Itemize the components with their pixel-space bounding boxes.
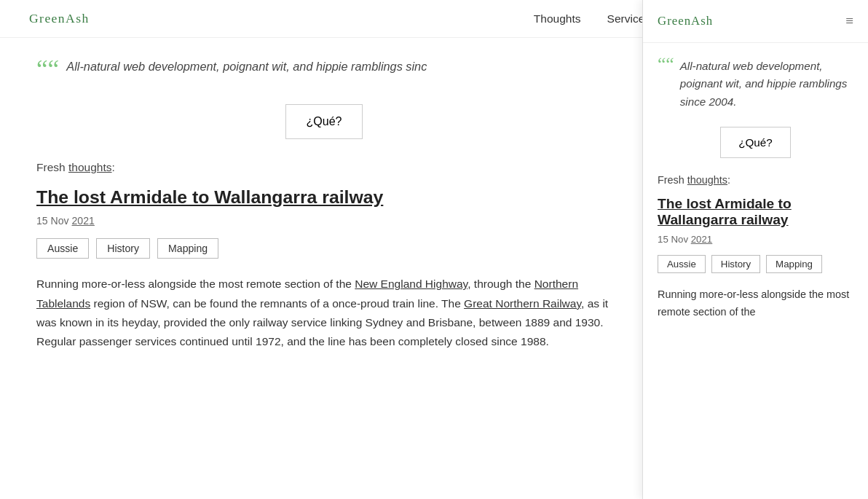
tag-history[interactable]: History (96, 238, 150, 259)
overlay-brand[interactable]: GreenAsh (658, 14, 713, 28)
nav-item-thoughts[interactable]: Thoughts (534, 12, 581, 25)
overlay-article-date: 15 Nov 2021 (658, 234, 853, 245)
overlay-date-prefix: 15 Nov (658, 234, 691, 245)
overlay-tag-aussie[interactable]: Aussie (658, 255, 706, 273)
quote-marks-icon: ““ (36, 57, 59, 82)
overlay-quote-text: All-natural web development, poignant wi… (680, 58, 853, 111)
overlay-body: ““ All-natural web development, poignant… (643, 43, 868, 342)
overlay-tag-history[interactable]: History (711, 255, 760, 273)
overlay-article-body: Running more-or-less alongside the most … (658, 286, 853, 321)
article-title-link[interactable]: The lost Armidale to Wallangarra railway (36, 187, 383, 207)
overlay-quote-marks-icon: ““ (658, 55, 674, 74)
thoughts-link[interactable]: thoughts (68, 161, 112, 173)
overlay-date-year: 2021 (691, 234, 713, 245)
hamburger-icon[interactable]: ≡ (845, 13, 853, 29)
overlay-fresh-prefix: Fresh (658, 174, 687, 186)
article-title: The lost Armidale to Wallangarra railway (36, 187, 612, 208)
tag-mapping[interactable]: Mapping (157, 238, 218, 259)
overlay-tag-mapping[interactable]: Mapping (766, 255, 822, 273)
quote-text: All-natural web development, poignant wi… (66, 60, 427, 74)
fresh-suffix: : (112, 161, 115, 173)
brand-logo[interactable]: GreenAsh (29, 11, 90, 26)
overlay-article-title: The lost Armidale to Wallangarra railway (658, 196, 853, 228)
nav-link-thoughts[interactable]: Thoughts (534, 12, 581, 25)
fresh-prefix: Fresh (36, 161, 68, 173)
article-tags: Aussie History Mapping (36, 238, 612, 259)
overlay-header: GreenAsh ≡ (643, 0, 868, 43)
overlay-article-title-link[interactable]: The lost Armidale to Wallangarra railway (658, 196, 792, 227)
hero-quote: ““ All-natural web development, poignant… (36, 60, 612, 82)
overlay-fresh-suffix: : (727, 174, 730, 186)
overlay-quote: ““ All-natural web development, poignant… (658, 58, 853, 111)
article-date: 15 Nov 2021 (36, 215, 612, 227)
article-body: Running more-or-less alongside the most … (36, 275, 612, 352)
que-button[interactable]: ¿Qué? (285, 104, 363, 139)
main-content: ““ All-natural web development, poignant… (0, 38, 648, 381)
overlay-que-button[interactable]: ¿Qué? (720, 127, 790, 158)
date-prefix: 15 Nov (36, 215, 72, 227)
tag-aussie[interactable]: Aussie (36, 238, 89, 259)
overlay-panel: GreenAsh ≡ ““ All-natural web developmen… (642, 0, 868, 499)
overlay-fresh-thoughts: Fresh thoughts: (658, 174, 853, 186)
date-year: 2021 (72, 215, 95, 227)
overlay-thoughts-link[interactable]: thoughts (687, 174, 727, 186)
overlay-tags: Aussie History Mapping (658, 255, 853, 273)
fresh-thoughts-label: Fresh thoughts: (36, 161, 612, 174)
